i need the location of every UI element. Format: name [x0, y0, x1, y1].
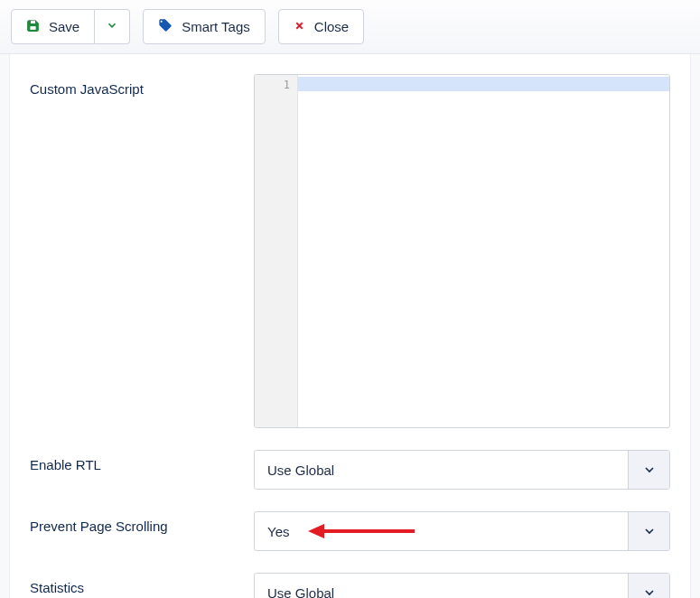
- statistics-select[interactable]: Use Global: [254, 573, 670, 598]
- enable-rtl-value: Use Global: [255, 463, 628, 478]
- tag-icon: [158, 18, 173, 35]
- field-enable-rtl: Enable RTL Use Global: [30, 439, 670, 500]
- save-button-label: Save: [49, 19, 79, 34]
- close-button-label: Close: [314, 19, 349, 34]
- chevron-down-icon: [628, 512, 669, 550]
- save-dropdown-toggle[interactable]: [95, 9, 130, 44]
- enable-rtl-label: Enable RTL: [30, 450, 254, 472]
- toolbar: Save Smart Tags Close: [0, 0, 700, 54]
- enable-rtl-select[interactable]: Use Global: [254, 450, 670, 490]
- chevron-down-icon: [628, 574, 669, 598]
- field-prevent-page-scrolling: Prevent Page Scrolling Yes: [30, 500, 670, 562]
- chevron-down-icon: [106, 19, 118, 34]
- code-line-number: 1: [255, 79, 290, 91]
- save-icon: [26, 19, 40, 35]
- smart-tags-button[interactable]: Smart Tags: [143, 9, 266, 44]
- custom-javascript-label: Custom JavaScript: [30, 74, 254, 97]
- smart-tags-label: Smart Tags: [182, 19, 250, 34]
- statistics-value: Use Global: [255, 585, 628, 599]
- close-icon: [294, 19, 305, 34]
- code-body[interactable]: [298, 75, 669, 427]
- field-statistics: Statistics Use Global: [30, 562, 670, 598]
- chevron-down-icon: [628, 451, 669, 489]
- field-custom-javascript: Custom JavaScript 1: [30, 63, 670, 439]
- save-button[interactable]: Save: [11, 9, 95, 44]
- svg-rect-1: [31, 20, 35, 23]
- save-button-group: Save: [11, 9, 130, 44]
- svg-rect-0: [30, 26, 35, 30]
- code-active-line: [298, 77, 669, 91]
- prevent-page-scrolling-label: Prevent Page Scrolling: [30, 511, 254, 534]
- prevent-page-scrolling-value: Yes: [255, 524, 628, 539]
- statistics-label: Statistics: [30, 573, 254, 595]
- close-button[interactable]: Close: [278, 9, 364, 44]
- custom-javascript-editor[interactable]: 1: [254, 74, 670, 428]
- form-area: Custom JavaScript 1 Enable RTL Use Globa…: [9, 54, 691, 598]
- prevent-page-scrolling-select[interactable]: Yes: [254, 511, 670, 551]
- code-gutter: 1: [255, 75, 298, 427]
